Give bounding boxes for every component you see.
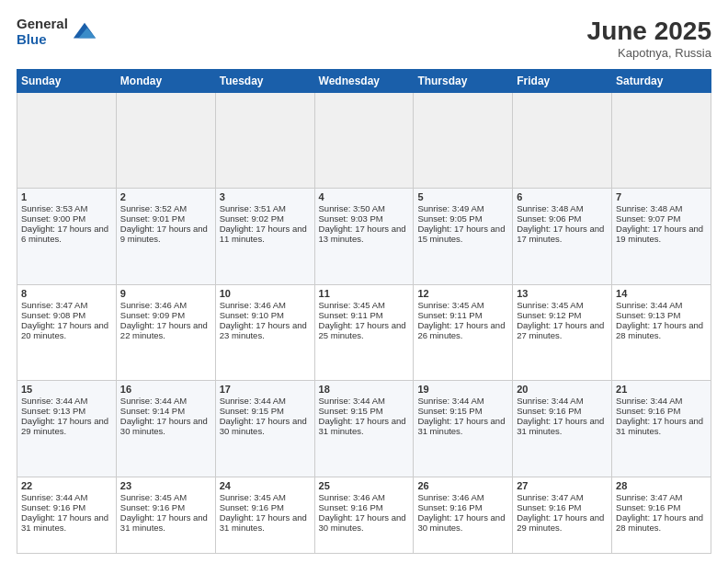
day-number: 10 (220, 288, 311, 299)
table-row: 17Sunrise: 3:44 AMSunset: 9:15 PMDayligh… (215, 381, 314, 477)
logo-icon (72, 19, 97, 45)
table-row: 25Sunrise: 3:46 AMSunset: 9:16 PMDayligh… (314, 477, 414, 554)
day-number: 19 (417, 384, 508, 395)
table-row: 22Sunrise: 3:44 AMSunset: 9:16 PMDayligh… (17, 477, 117, 554)
day-number: 16 (120, 384, 211, 395)
logo: General Blue (17, 17, 97, 47)
day-number: 22 (21, 480, 112, 491)
header-saturday: Saturday (612, 70, 711, 93)
table-row: 12Sunrise: 3:45 AMSunset: 9:11 PMDayligh… (414, 284, 513, 380)
day-number: 18 (319, 384, 410, 395)
day-number: 21 (616, 384, 707, 395)
table-row (116, 93, 215, 189)
day-number: 2 (120, 191, 211, 202)
title-block: June 2025 Kapotnya, Russia (587, 17, 711, 60)
day-number: 28 (616, 480, 707, 491)
day-number: 7 (616, 191, 707, 202)
table-row: 28Sunrise: 3:47 AMSunset: 9:16 PMDayligh… (612, 477, 711, 554)
day-number: 11 (319, 288, 410, 299)
table-row: 6Sunrise: 3:48 AMSunset: 9:06 PMDaylight… (513, 189, 612, 284)
table-row (215, 93, 314, 189)
day-number: 1 (21, 191, 112, 202)
day-number: 5 (417, 191, 508, 202)
page: General Blue June 2025 Kapotnya, Russia … (0, 0, 728, 563)
table-row: 18Sunrise: 3:44 AMSunset: 9:15 PMDayligh… (314, 381, 414, 477)
location: Kapotnya, Russia (587, 46, 711, 60)
table-row: 24Sunrise: 3:45 AMSunset: 9:16 PMDayligh… (215, 477, 314, 554)
logo-general: General (17, 17, 68, 32)
header-thursday: Thursday (414, 70, 513, 93)
table-row: 14Sunrise: 3:44 AMSunset: 9:13 PMDayligh… (612, 284, 711, 380)
table-row: 5Sunrise: 3:49 AMSunset: 9:05 PMDaylight… (414, 189, 513, 284)
table-row: 9Sunrise: 3:46 AMSunset: 9:09 PMDaylight… (116, 284, 215, 380)
header-sunday: Sunday (17, 70, 117, 93)
day-number: 20 (517, 384, 608, 395)
table-row: 15Sunrise: 3:44 AMSunset: 9:13 PMDayligh… (17, 381, 117, 477)
table-row: 21Sunrise: 3:44 AMSunset: 9:16 PMDayligh… (612, 381, 711, 477)
table-row (314, 93, 414, 189)
table-row: 26Sunrise: 3:46 AMSunset: 9:16 PMDayligh… (414, 477, 513, 554)
header-tuesday: Tuesday (215, 70, 314, 93)
table-row: 1Sunrise: 3:53 AMSunset: 9:00 PMDaylight… (17, 189, 117, 284)
day-number: 27 (517, 480, 608, 491)
logo-blue: Blue (17, 32, 68, 48)
day-number: 14 (616, 288, 707, 299)
table-row: 16Sunrise: 3:44 AMSunset: 9:14 PMDayligh… (116, 381, 215, 477)
month-title: June 2025 (587, 17, 711, 46)
header-wednesday: Wednesday (314, 70, 414, 93)
table-row: 19Sunrise: 3:44 AMSunset: 9:15 PMDayligh… (414, 381, 513, 477)
day-number: 12 (417, 288, 508, 299)
table-row: 10Sunrise: 3:46 AMSunset: 9:10 PMDayligh… (215, 284, 314, 380)
day-number: 6 (517, 191, 608, 202)
table-row (612, 93, 711, 189)
table-row: 11Sunrise: 3:45 AMSunset: 9:11 PMDayligh… (314, 284, 414, 380)
header-friday: Friday (513, 70, 612, 93)
table-row: 4Sunrise: 3:50 AMSunset: 9:03 PMDaylight… (314, 189, 414, 284)
day-number: 15 (21, 384, 112, 395)
header: General Blue June 2025 Kapotnya, Russia (17, 17, 711, 60)
day-number: 23 (120, 480, 211, 491)
table-row: 2Sunrise: 3:52 AMSunset: 9:01 PMDaylight… (116, 189, 215, 284)
table-row: 27Sunrise: 3:47 AMSunset: 9:16 PMDayligh… (513, 477, 612, 554)
day-number: 3 (220, 191, 311, 202)
table-row: 13Sunrise: 3:45 AMSunset: 9:12 PMDayligh… (513, 284, 612, 380)
table-row (17, 93, 117, 189)
table-row (414, 93, 513, 189)
logo-text: General Blue (17, 17, 68, 47)
day-number: 8 (21, 288, 112, 299)
day-number: 4 (319, 191, 410, 202)
days-header-row: Sunday Monday Tuesday Wednesday Thursday… (17, 70, 711, 93)
table-row: 20Sunrise: 3:44 AMSunset: 9:16 PMDayligh… (513, 381, 612, 477)
day-number: 13 (517, 288, 608, 299)
table-row: 23Sunrise: 3:45 AMSunset: 9:16 PMDayligh… (116, 477, 215, 554)
table-row: 3Sunrise: 3:51 AMSunset: 9:02 PMDaylight… (215, 189, 314, 284)
day-number: 26 (417, 480, 508, 491)
table-row: 8Sunrise: 3:47 AMSunset: 9:08 PMDaylight… (17, 284, 117, 380)
day-number: 9 (120, 288, 211, 299)
header-monday: Monday (116, 70, 215, 93)
table-row: 7Sunrise: 3:48 AMSunset: 9:07 PMDaylight… (612, 189, 711, 284)
calendar-table: Sunday Monday Tuesday Wednesday Thursday… (17, 69, 711, 554)
day-number: 25 (319, 480, 410, 491)
day-number: 17 (220, 384, 311, 395)
day-number: 24 (220, 480, 311, 491)
table-row (513, 93, 612, 189)
